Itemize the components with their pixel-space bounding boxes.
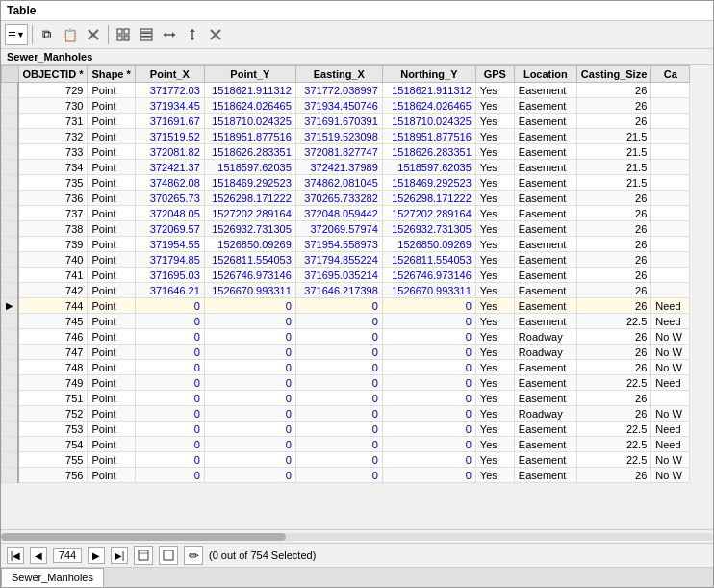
col-northing-y[interactable]: Northing_Y [382,66,475,83]
cell-gps: Yes [475,422,514,437]
cell-location: Easement [514,314,576,329]
col-objectid[interactable]: OBJECTID * [18,66,88,83]
cell-ca [651,144,690,160]
cell-point-y: 1526746.973146 [204,268,295,283]
col-location[interactable]: Location [514,66,576,83]
hscroll-area[interactable] [1,529,713,543]
row-indicator [2,206,19,221]
table-options-dropdown[interactable]: ☰ ▼ [5,24,28,45]
first-record-button[interactable]: |◀ [7,547,24,564]
tab-sewer-manholes[interactable]: Sewer_Manholes [1,568,104,587]
cell-easting-x: 372421.37989 [295,160,382,175]
table-row[interactable]: 755Point0000YesEasement22.5No W [2,452,690,468]
cell-ca [651,283,690,298]
table-row[interactable]: ▶744Point0000YesEasement26Need [2,298,690,314]
cell-easting-x: 0 [295,391,382,406]
cell-casting-size: 22.5 [576,422,650,437]
cell-location: Easement [514,375,576,391]
cell-northing-y: 0 [382,329,475,345]
row-indicator [2,375,19,391]
table-row[interactable]: 731Point371691.671518710.024325371691.67… [2,114,690,129]
cell-ca [651,191,690,206]
col-point-x[interactable]: Point_X [135,66,204,83]
cell-location: Easement [514,422,576,437]
cell-gps: Yes [475,129,514,144]
cell-objectid: 745 [18,314,88,329]
table-row[interactable]: 754Point0000YesEasement22.5Need [2,437,690,452]
dropdown-arrow-icon: ▼ [16,30,25,39]
table-row[interactable]: 752Point0000YesRoadway26No W [2,406,690,422]
cell-gps: Yes [475,468,514,483]
move-rows-button[interactable] [182,24,203,45]
row-indicator [2,268,19,283]
table-row[interactable]: 729Point371772.031518621.911312371772.03… [2,83,690,98]
table-row[interactable]: 740Point371794.851526811.554053371794.85… [2,252,690,268]
last-record-button[interactable]: ▶| [111,547,128,564]
table-row[interactable]: 756Point0000YesEasement26No W [2,468,690,483]
show-all-button[interactable] [159,546,178,565]
table-row[interactable]: 732Point371519.521518951.877516371519.52… [2,129,690,144]
resize-columns-button[interactable] [159,24,180,45]
col-easting-x[interactable]: Easting_X [295,66,382,83]
show-selected-button[interactable] [134,546,153,565]
cell-shape: Point [88,437,135,452]
delete-rows-button[interactable] [205,24,226,45]
col-casting-size[interactable]: Casting_Size [576,66,650,83]
cell-point-x: 374862.08 [135,175,204,191]
cell-northing-y: 0 [382,422,475,437]
table-row[interactable]: 730Point371934.451518624.026465371934.45… [2,98,690,114]
col-ca[interactable]: Ca [651,66,690,83]
cell-northing-y: 0 [382,406,475,422]
paste-button[interactable]: 📋 [60,24,81,45]
table-row[interactable]: 753Point0000YesEasement22.5Need [2,422,690,437]
table-row[interactable]: 733Point372081.821518626.283351372081.82… [2,144,690,160]
edit-button[interactable]: ✏ [184,546,203,565]
row-indicator [2,129,19,144]
table-row[interactable]: 737Point372048.051527202.289164372048.05… [2,206,690,221]
table-row[interactable]: 738Point372069.571526932.731305372069.57… [2,221,690,237]
delete-field-button[interactable] [83,24,104,45]
cell-gps: Yes [475,329,514,345]
cell-point-y: 0 [204,375,295,391]
col-shape[interactable]: Shape * [88,66,135,83]
next-record-button[interactable]: ▶ [88,547,105,564]
table-row[interactable]: 736Point370265.731526298.171222370265.73… [2,191,690,206]
cell-location: Easement [514,175,576,191]
table-row[interactable]: 749Point0000YesEasement22.5Need [2,375,690,391]
row-indicator [2,114,19,129]
cell-gps: Yes [475,237,514,252]
cell-location: Easement [514,160,576,175]
table-row[interactable]: 734Point372421.371518597.62035372421.379… [2,160,690,175]
table-scroll-area[interactable]: OBJECTID * Shape * Point_X Point_Y Easti… [1,65,713,529]
cell-casting-size: 26 [576,83,650,98]
table-row[interactable]: 745Point0000YesEasement22.5Need [2,314,690,329]
cell-ca: No W [651,329,690,345]
col-point-y[interactable]: Point_Y [204,66,295,83]
row-indicator [2,221,19,237]
cell-casting-size: 26 [576,268,650,283]
switch-view-button[interactable] [136,24,157,45]
table-row[interactable]: 751Point0000YesEasement26 [2,391,690,406]
cell-northing-y: 0 [382,437,475,452]
table-row[interactable]: 739Point371954.551526850.09269371954.558… [2,237,690,252]
copy-button[interactable]: ⧉ [37,24,58,45]
svg-rect-5 [124,36,129,40]
cell-northing-y: 1518710.024325 [382,114,475,129]
prev-record-button[interactable]: ◀ [30,547,47,564]
current-record-display[interactable]: 744 [53,548,82,563]
cell-objectid: 734 [18,160,88,175]
table-row[interactable]: 747Point0000YesRoadway26No W [2,345,690,360]
cell-casting-size: 26 [576,329,650,345]
table-row[interactable]: 746Point0000YesRoadway26No W [2,329,690,345]
cell-objectid: 747 [18,345,88,360]
table-row[interactable]: 735Point374862.081518469.292523374862.08… [2,175,690,191]
table-row[interactable]: 742Point371646.211526670.993311371646.21… [2,283,690,298]
table-row[interactable]: 748Point0000YesEasement26No W [2,360,690,375]
cell-ca [651,175,690,191]
cell-objectid: 753 [18,422,88,437]
table-row[interactable]: 741Point371695.031526746.973146371695.03… [2,268,690,283]
row-indicator [2,175,19,191]
col-gps[interactable]: GPS [475,66,514,83]
select-all-button[interactable] [113,24,134,45]
cell-objectid: 740 [18,252,88,268]
